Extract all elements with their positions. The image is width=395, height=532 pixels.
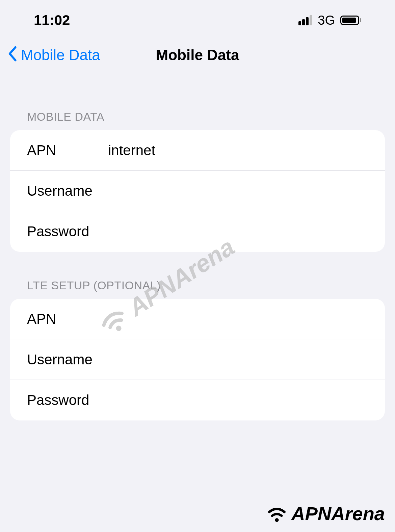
- page-title: Mobile Data: [156, 47, 239, 64]
- wifi-icon: [265, 502, 289, 525]
- section-header-lte-setup: LTE SETUP (OPTIONAL): [0, 265, 395, 299]
- network-type: 3G: [318, 13, 335, 28]
- username-row[interactable]: Username: [10, 171, 385, 211]
- lte-username-row[interactable]: Username: [10, 339, 385, 380]
- lte-apn-label: APN: [27, 311, 108, 327]
- status-time: 11:02: [34, 12, 70, 28]
- watermark-bottom: APNArena: [265, 502, 385, 525]
- battery-icon: [340, 16, 361, 25]
- password-row[interactable]: Password: [10, 211, 385, 252]
- password-label: Password: [27, 223, 108, 240]
- lte-password-label: Password: [27, 392, 108, 408]
- apn-label: APN: [27, 142, 108, 159]
- apn-row[interactable]: APN: [10, 130, 385, 171]
- lte-username-input[interactable]: [108, 352, 368, 368]
- lte-apn-row[interactable]: APN: [10, 299, 385, 339]
- chevron-left-icon: [7, 46, 18, 65]
- back-label: Mobile Data: [21, 47, 100, 64]
- lte-password-row[interactable]: Password: [10, 380, 385, 420]
- navigation-bar: Mobile Data Mobile Data: [0, 34, 395, 76]
- apn-input[interactable]: [108, 142, 368, 159]
- back-button[interactable]: Mobile Data: [7, 46, 100, 65]
- password-input[interactable]: [108, 223, 368, 240]
- mobile-data-group: APN Username Password: [10, 130, 385, 252]
- username-input[interactable]: [108, 183, 368, 199]
- lte-username-label: Username: [27, 352, 108, 368]
- status-bar: 11:02 3G: [0, 0, 395, 34]
- lte-setup-group: APN Username Password: [10, 299, 385, 420]
- lte-password-input[interactable]: [108, 392, 368, 408]
- svg-point-1: [275, 518, 279, 522]
- section-header-mobile-data: MOBILE DATA: [0, 97, 395, 130]
- lte-apn-input[interactable]: [108, 311, 368, 327]
- username-label: Username: [27, 183, 108, 199]
- signal-icon: [298, 15, 312, 25]
- status-indicators: 3G: [298, 13, 361, 28]
